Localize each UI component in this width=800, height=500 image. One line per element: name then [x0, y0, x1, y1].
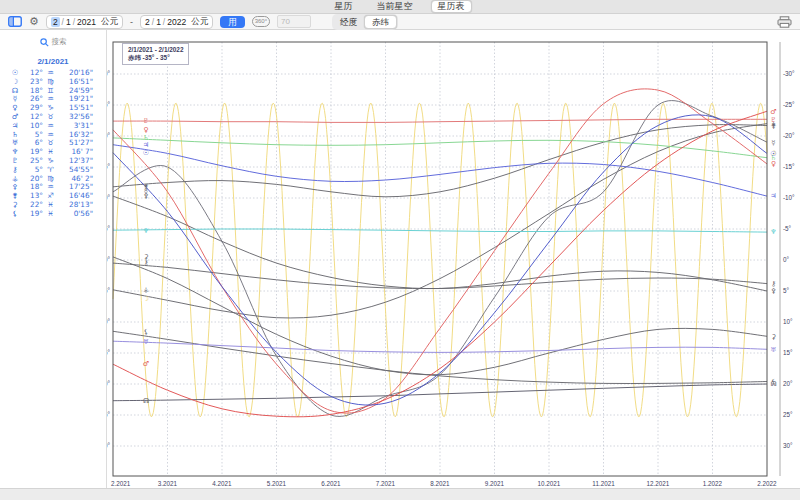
svg-text:5°: 5° — [107, 287, 110, 294]
mars-end-glyph: ♂ — [770, 108, 776, 116]
lilith-start-glyph: ⚸ — [143, 328, 148, 336]
window-footer — [0, 488, 800, 500]
svg-text:11.2021: 11.2021 — [592, 480, 615, 487]
svg-text:1.2022: 1.2022 — [703, 480, 723, 487]
uranus-start-glyph: ♅ — [143, 338, 149, 346]
date-to-day[interactable]: 1 — [156, 17, 161, 27]
svg-text:-15°: -15° — [107, 163, 110, 170]
date-separator: / — [152, 17, 154, 27]
svg-text:15°: 15° — [107, 349, 110, 356]
date-to-year[interactable]: 2022 — [167, 17, 186, 27]
svg-text:4.2021: 4.2021 — [212, 480, 232, 487]
date-separator: / — [163, 17, 165, 27]
date-to-era: 公元 — [191, 16, 208, 28]
svg-text:9.2021: 9.2021 — [485, 480, 505, 487]
printer-icon[interactable] — [777, 16, 792, 28]
node-start-glyph: ☊ — [143, 397, 149, 405]
chart-legend: 2/1/2021 - 2/1/2022 赤纬 -35° - 35° — [122, 43, 189, 65]
svg-text:0°: 0° — [783, 256, 790, 263]
ephemeris-chart: -30°-30°-25°-25°-20°-20°-15°-15°-10°-10°… — [107, 30, 800, 488]
date-from-era: 公元 — [101, 16, 118, 28]
node-end-glyph: ☊ — [770, 380, 776, 388]
view-tabs: 星历当前星空星历表 — [329, 0, 472, 13]
gear-icon[interactable]: ⚙ — [29, 16, 39, 27]
svg-text:3.2021: 3.2021 — [158, 480, 178, 487]
mode-option[interactable]: 经度 — [333, 16, 364, 28]
svg-text:20°: 20° — [783, 380, 793, 387]
svg-text:-10°: -10° — [783, 194, 795, 201]
date-to-month[interactable]: 2 — [145, 17, 150, 27]
svg-text:30°: 30° — [107, 442, 110, 449]
neptune-start-glyph: ♆ — [143, 227, 149, 235]
search-row[interactable]: 搜索 — [0, 37, 106, 47]
legend-declination-range: 赤纬 -35° - 35° — [128, 54, 183, 62]
svg-text:7.2021: 7.2021 — [376, 480, 396, 487]
toolbar: ⚙ 2 / 1 / 2021 公元 - 2 / 1 / 2022 公元 用 36… — [0, 14, 800, 30]
svg-text:10°: 10° — [107, 318, 110, 325]
svg-text:5°: 5° — [783, 287, 790, 294]
pluto-end-glyph: ♇ — [770, 116, 776, 124]
svg-text:10°: 10° — [783, 318, 793, 325]
svg-text:15°: 15° — [783, 349, 793, 356]
sun-end-glyph: ☉ — [770, 150, 776, 158]
mode-segmented-control: 经度赤纬 — [332, 14, 398, 30]
date-from-month[interactable]: 2 — [51, 17, 60, 27]
uranus-end-glyph: ♅ — [770, 346, 776, 354]
date-from-year[interactable]: 2021 — [77, 17, 96, 27]
venus-start-glyph: ♀ — [143, 126, 148, 134]
curve-jupiter — [113, 145, 767, 196]
sidebar-toggle-icon[interactable] — [8, 16, 22, 27]
moon-start-glyph: ☽ — [143, 295, 149, 303]
legend-date-range: 2/1/2021 - 2/1/2022 — [128, 46, 183, 54]
svg-text:5.2021: 5.2021 — [267, 480, 287, 487]
step-input[interactable]: 70 — [277, 15, 311, 28]
apply-button[interactable]: 用 — [220, 16, 245, 28]
mode-option[interactable]: 赤纬 — [364, 15, 397, 29]
chiron-end-glyph: ⚷ — [771, 280, 776, 288]
sidebar-date-header[interactable]: 2/1/2021 — [0, 57, 106, 66]
svg-text:-5°: -5° — [783, 225, 792, 232]
pluto-start-glyph: ♇ — [143, 117, 149, 125]
ceres-end-glyph: ⚳ — [771, 333, 776, 341]
svg-text:-30°: -30° — [107, 70, 110, 77]
tab-0[interactable]: 星历 — [329, 1, 359, 12]
venus-end-glyph: ♀ — [771, 160, 776, 168]
mercury-start-glyph: ☿ — [144, 188, 148, 196]
svg-text:12.2021: 12.2021 — [647, 480, 670, 487]
lilith-glyph: ⚸ — [7, 210, 23, 219]
mercury-end-glyph: ☿ — [771, 139, 775, 147]
svg-text:8.2021: 8.2021 — [430, 480, 450, 487]
search-icon[interactable] — [40, 38, 49, 47]
min-sec: 0'56" — [58, 210, 95, 219]
search-label: 搜索 — [52, 37, 67, 47]
date-from-day[interactable]: 1 — [66, 17, 71, 27]
jupiter-start-glyph: ♃ — [143, 141, 149, 149]
svg-text:6.2021: 6.2021 — [321, 480, 341, 487]
pallas-end-glyph: ⚴ — [771, 287, 776, 295]
svg-text:30°: 30° — [783, 442, 793, 449]
date-from-field[interactable]: 2 / 1 / 2021 公元 — [46, 15, 123, 29]
window-tab-bar: 星历当前星空星历表 — [0, 0, 800, 14]
vesta-start-glyph: ⚶ — [143, 286, 149, 294]
svg-text:-20°: -20° — [107, 132, 110, 139]
mars-start-glyph: ♂ — [143, 360, 149, 368]
svg-text:-20°: -20° — [783, 132, 795, 139]
chiron-start-glyph: ⚷ — [143, 259, 148, 267]
sidebar: 搜索 2/1/2021 ☉12°♒20'16"☽23°♍16'51"☊18°♊2… — [0, 30, 107, 488]
sun-start-glyph: ☉ — [143, 149, 149, 157]
svg-text:10.2021: 10.2021 — [538, 480, 561, 487]
svg-text:-15°: -15° — [783, 163, 795, 170]
tab-1[interactable]: 当前星空 — [371, 1, 419, 12]
tab-2[interactable]: 星历表 — [431, 0, 472, 13]
date-to-field[interactable]: 2 / 1 / 2022 公元 — [140, 15, 213, 29]
sign-glyph: ♓ — [43, 210, 58, 219]
date-range-dash: - — [130, 17, 133, 27]
svg-text:0°: 0° — [107, 256, 110, 263]
svg-text:-30°: -30° — [783, 70, 795, 77]
svg-text:25°: 25° — [783, 411, 793, 418]
curve-mars — [113, 111, 767, 417]
svg-text:-5°: -5° — [107, 225, 110, 232]
svg-text:20°: 20° — [107, 380, 110, 387]
date-separator: / — [62, 17, 64, 27]
degree-360-icon[interactable]: 360° — [252, 16, 270, 27]
